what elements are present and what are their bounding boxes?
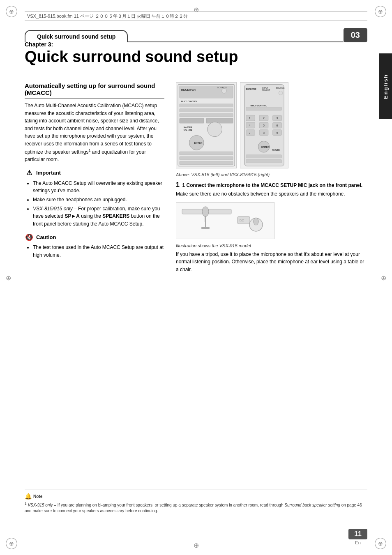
svg-rect-16: [180, 152, 233, 155]
svg-text:7: 7: [249, 131, 251, 134]
page-number-area: 11 En: [348, 529, 367, 545]
note-section: 🔔 Note 1 VSX-915 only – If you are plann…: [25, 490, 367, 514]
cross-right: ⊕: [381, 274, 386, 281]
svg-rect-6: [180, 104, 233, 107]
svg-point-58: [254, 218, 258, 225]
svg-rect-9: [180, 118, 204, 123]
note-icon: 🔔: [25, 493, 32, 501]
svg-text:RECEIVER: RECEIVER: [246, 88, 257, 90]
svg-text:ENTER: ENTER: [261, 146, 270, 148]
step1-heading: 1 1 Connect the microphone to the MCACC …: [176, 181, 367, 189]
vsx515-diagram: RECEIVER SOURCE MULTI CONTROL MASTER VOL…: [176, 82, 237, 170]
svg-rect-7: [180, 109, 233, 112]
main-content: Automatically setting up for surround so…: [25, 82, 367, 276]
svg-rect-25: [246, 115, 255, 121]
cross-bottom: ⊕: [194, 541, 199, 549]
left-column: Automatically setting up for surround so…: [25, 82, 164, 264]
tab-row: Quick surround sound setup 03: [25, 28, 367, 42]
corner-reg-tr: ⊕: [375, 6, 386, 17]
svg-rect-31: [246, 122, 255, 128]
mic-caption: Illustration shows the VSX-915 model: [176, 243, 367, 248]
svg-text:5: 5: [263, 124, 265, 127]
page-number-badge: 11: [348, 529, 367, 539]
caution-icon: 🔇: [25, 233, 34, 242]
section-heading: Automatically setting up for surround so…: [25, 82, 164, 99]
receiver-images: RECEIVER SOURCE MULTI CONTROL MASTER VOL…: [176, 82, 367, 170]
footnote-ref: 1: [88, 148, 90, 152]
svg-rect-17: [180, 157, 233, 160]
svg-text:VOLUME: VOLUME: [184, 129, 193, 131]
corner-reg-bl: ⊕: [6, 538, 17, 549]
svg-text:MULTI CONTROL: MULTI CONTROL: [181, 101, 198, 103]
right-column: RECEIVER SOURCE MULTI CONTROL MASTER VOL…: [176, 82, 367, 276]
svg-text:SOURCE: SOURCE: [217, 86, 227, 89]
page-en: En: [355, 540, 360, 545]
caution-item-1: The test tones used in the Auto MCACC Se…: [33, 244, 164, 259]
svg-rect-49: [246, 160, 282, 163]
svg-text:RECEIVER: RECEIVER: [181, 88, 196, 91]
svg-text:2: 2: [263, 117, 265, 120]
svg-point-13: [208, 122, 222, 137]
note-text: 1 VSX-915 only – If you are planning on …: [25, 502, 367, 514]
important-list: The Auto MCACC Setup will overwrite any …: [25, 180, 164, 228]
svg-text:3: 3: [277, 117, 278, 120]
svg-text:□ □: □ □: [240, 219, 244, 222]
mic-illustration: □ □: [176, 202, 274, 239]
svg-point-52: [202, 207, 209, 216]
svg-text:SOURCE: SOURCE: [276, 87, 285, 89]
svg-rect-10: [206, 118, 233, 123]
cross-left: ⊕: [6, 274, 11, 281]
svg-text:ENTER: ENTER: [194, 142, 203, 144]
important-title: ⚠ Important: [25, 168, 164, 177]
svg-text:1: 1: [249, 117, 251, 120]
important-icon: ⚠: [25, 168, 34, 177]
corner-reg-tl: ⊕: [6, 6, 17, 17]
svg-rect-18: [180, 161, 233, 165]
svg-rect-37: [246, 130, 255, 136]
file-info-bar: VSX_815-915.book.fm 11 ページ ２００５年３月１日 火曜日…: [25, 12, 367, 21]
section-tab-number: 03: [344, 28, 367, 42]
vsx515-svg: RECEIVER SOURCE MULTI CONTROL MASTER VOL…: [176, 82, 237, 168]
svg-rect-8: [180, 113, 233, 117]
svg-rect-54: [201, 227, 210, 229]
note-text-content: VSX-915 only – If you are planning on bi…: [25, 503, 362, 513]
svg-text:RETURN: RETURN: [272, 149, 281, 151]
important-item-1: The Auto MCACC Setup will overwrite any …: [33, 180, 164, 195]
english-sidebar: English: [379, 53, 392, 119]
chapter-subtitle: Chapter 3:: [25, 41, 353, 48]
mic-svg: □ □: [180, 204, 270, 237]
svg-rect-48: [246, 155, 282, 158]
svg-text:9: 9: [277, 131, 278, 134]
svg-text:MULTI CONTROL: MULTI CONTROL: [251, 105, 267, 107]
vsx915-remote-diagram: RECEIVER INPUT SELECT SOURCE 1 2 3 4: [240, 82, 288, 170]
chapter-title-area: Chapter 3: Quick surround sound setup: [25, 41, 353, 66]
svg-text:INPUT: INPUT: [262, 87, 268, 89]
important-item-2: Make sure the headphones are unplugged.: [33, 196, 164, 204]
english-sidebar-label: English: [383, 74, 389, 99]
svg-point-24: [279, 91, 283, 95]
corner-reg-br: ⊕: [375, 538, 386, 549]
vsx915-svg: RECEIVER INPUT SELECT SOURCE 1 2 3 4: [240, 82, 288, 168]
step1-number: 1: [176, 181, 180, 188]
svg-rect-44: [246, 107, 282, 111]
svg-text:SELECT: SELECT: [262, 89, 270, 91]
svg-point-4: [221, 88, 226, 93]
mic-body-text: If you have a tripod, use it to place th…: [176, 251, 367, 274]
svg-text:MASTER: MASTER: [184, 127, 192, 129]
section-tab-label: Quick surround sound setup: [25, 30, 128, 42]
two-col-layout: Automatically setting up for surround so…: [25, 82, 367, 276]
svg-text:8: 8: [263, 131, 265, 134]
important-item-3: VSX-815/915 only – For proper calibratio…: [33, 205, 164, 228]
footer-note: 🔔 Note 1 VSX-915 only – If you are plann…: [25, 490, 367, 514]
caution-title: 🔇 Caution: [25, 233, 164, 242]
svg-text:6: 6: [277, 124, 278, 127]
section-header: Quick surround sound setup 03: [25, 28, 367, 42]
caution-box: 🔇 Caution The test tones used in the Aut…: [25, 233, 164, 259]
file-info-text: VSX_815-915.book.fm 11 ページ ２００５年３月１日 火曜日…: [27, 13, 188, 19]
svg-text:4: 4: [249, 124, 251, 127]
body-text-1: The Auto Multi-Channel Acoustic Calibrat…: [25, 102, 164, 164]
chapter-main-title: Quick surround sound setup: [25, 48, 353, 66]
receiver-image-caption: Above: VSX-515 (left) and VSX-815/915 (r…: [176, 172, 367, 177]
step1-body: Make sure there are no obstacles between…: [176, 190, 367, 198]
important-box: ⚠ Important The Auto MCACC Setup will ov…: [25, 168, 164, 228]
